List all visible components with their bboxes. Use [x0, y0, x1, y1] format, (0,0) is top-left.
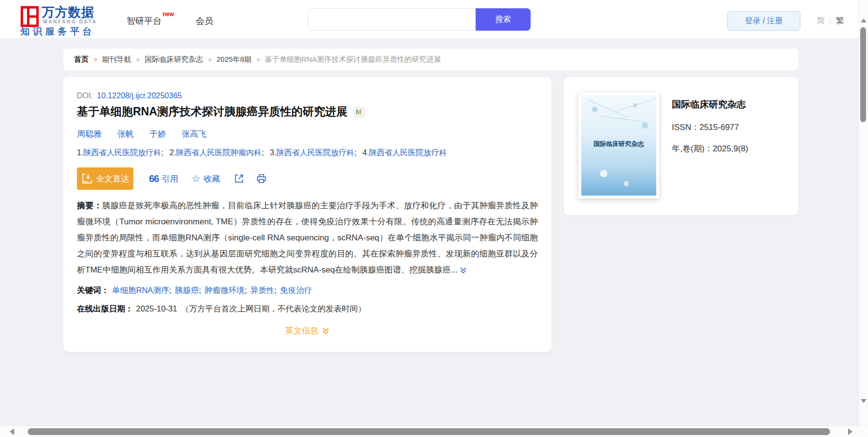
cover-decor-line — [616, 97, 656, 111]
fulltext-label: 全文直达 — [96, 173, 129, 184]
affiliation-item: 4.陕西省人民医院放疗科 — [363, 148, 447, 157]
favorite-label: 收藏 — [203, 173, 220, 184]
nav-item-zhiyan-label: 智研平台 — [127, 16, 162, 26]
breadcrumb-journal[interactable]: 国际临床研究杂志 — [145, 55, 203, 64]
m-badge-letter: M — [356, 109, 362, 115]
wanfang-logo[interactable]: 万方数据 WANFANG DATA 知识服务平台 — [20, 4, 118, 36]
nav-item-zhiyan[interactable]: 智研平台new — [127, 15, 174, 27]
breadcrumb-current: 基于单细胞RNA测序技术探讨胰腺癌异质性的研究进展 — [265, 55, 441, 64]
breadcrumb-separator: > — [136, 56, 140, 63]
journal-cover-image: 国际临床研究杂志 — [581, 95, 656, 196]
scroll-up-arrow[interactable] — [861, 18, 867, 22]
keyword-separator: ; — [275, 286, 277, 294]
affiliations-row: 1.陕西省人民医院放疗科; 2.陕西省人民医院肿瘤内科; 3.陕西省人民医院放疗… — [77, 148, 538, 158]
logo-title: 万方数据 — [42, 4, 94, 21]
author-link[interactable]: 周聪雅 — [77, 128, 102, 140]
journal-card: 国际临床研究杂志 国际临床研究杂志 ISSN：2515-6977 年,卷(期)：… — [564, 77, 798, 215]
favorite-button[interactable]: ☆ 收藏 — [192, 173, 220, 184]
online-date-note: （万方平台首次上网日期，不代表论文的发表时间） — [181, 304, 366, 313]
fulltext-free-label: free — [83, 180, 89, 183]
breadcrumb-home[interactable]: 首页 — [74, 55, 89, 64]
lang-simplified[interactable]: 简 — [817, 15, 825, 26]
keyword-link[interactable]: 免疫治疗 — [280, 286, 312, 294]
keywords-label: 关键词： — [77, 286, 109, 294]
cite-button[interactable]: 66 引用 — [149, 173, 178, 184]
logo-tagline: 知识服务平台 — [20, 25, 95, 38]
volume-value: 2025,9(8) — [713, 144, 748, 153]
header: 万方数据 WANFANG DATA 知识服务平台 智研平台new 会员 搜索 登… — [0, 0, 858, 38]
search-box: 搜索 — [308, 8, 531, 31]
wanfang-logo-icon — [20, 6, 39, 27]
vertical-scrollbar[interactable] — [858, 0, 868, 426]
breadcrumb-issue[interactable]: 2025年8期 — [217, 55, 252, 64]
keyword-link[interactable]: 肿瘤微环境 — [204, 286, 245, 294]
nav-item-member[interactable]: 会员 — [196, 15, 213, 27]
english-info-label: 英文信息 — [285, 325, 318, 336]
print-icon — [256, 173, 267, 184]
affiliation-link[interactable]: 陕西省人民医院放疗科 — [369, 148, 447, 157]
search-button[interactable]: 搜索 — [476, 8, 531, 31]
scroll-left-arrow[interactable] — [10, 428, 14, 435]
issn-value: 2515-6977 — [700, 123, 739, 132]
breadcrumb: 首页 > 期刊导航 > 国际临床研究杂志 > 2025年8期 > 基于单细胞RN… — [63, 49, 798, 70]
article-card: DOI: 10.12208/j.ijcr.20250365 基于单细胞RNA测序… — [63, 77, 552, 352]
lang-traditional[interactable]: 繁 — [836, 15, 844, 26]
share-button[interactable] — [234, 173, 244, 184]
affiliation-separator: ; — [354, 148, 356, 157]
breadcrumb-separator: > — [93, 56, 97, 63]
affiliation-num: 3. — [270, 148, 277, 157]
logo-subtitle: WANFANG DATA — [43, 19, 97, 24]
keyword-separator: ; — [169, 286, 171, 294]
scroll-right-arrow[interactable] — [848, 428, 852, 435]
medlive-badge: M — [353, 107, 364, 117]
star-icon: ☆ — [192, 174, 201, 183]
breadcrumb-separator: > — [208, 56, 212, 63]
affiliation-num: 4. — [363, 148, 369, 157]
fulltext-button[interactable]: free 全文直达 — [77, 167, 133, 190]
print-button[interactable] — [256, 173, 267, 184]
keyword-separator: ; — [199, 286, 201, 294]
volume-label: 年,卷(期)： — [672, 144, 713, 153]
search-input[interactable] — [308, 8, 476, 31]
journal-cover[interactable]: 国际临床研究杂志 — [578, 92, 659, 199]
keyword-link[interactable]: 异质性 — [250, 286, 275, 294]
online-date-label: 在线出版日期： — [77, 304, 133, 313]
lang-divider: | — [830, 17, 831, 25]
breadcrumb-separator: > — [257, 56, 260, 63]
doi-label: DOI: — [77, 91, 93, 100]
new-badge: new — [163, 11, 174, 18]
article-title: 基于单细胞RNA测序技术探讨胰腺癌异质性的研究进展 — [77, 104, 348, 119]
journal-issn: ISSN：2515-6977 — [672, 122, 739, 133]
affiliation-num: 1. — [77, 148, 83, 157]
author-link[interactable]: 张高飞 — [182, 128, 206, 140]
abstract-expand-chevron-icon[interactable] — [460, 267, 467, 274]
vertical-scrollbar-thumb[interactable] — [860, 27, 866, 122]
title-row: 基于单细胞RNA测序技术探讨胰腺癌异质性的研究进展 M — [77, 104, 538, 119]
english-info-toggle[interactable]: 英文信息 — [77, 325, 538, 336]
journal-volume: 年,卷(期)：2025,9(8) — [672, 143, 748, 154]
quote-icon: 66 — [149, 174, 159, 183]
login-register-button[interactable]: 登录 / 注册 — [727, 11, 800, 31]
horizontal-scrollbar-thumb[interactable] — [28, 428, 830, 435]
abstract-text: 胰腺癌是致死率极高的恶性肿瘤，目前临床上针对胰腺癌的主要治疗手段为手术、放疗和化… — [77, 201, 538, 274]
breadcrumb-journal-nav[interactable]: 期刊导航 — [102, 55, 131, 64]
journal-cover-title: 国际临床研究杂志 — [581, 140, 656, 148]
affiliation-link[interactable]: 陕西省人民医院肿瘤内科 — [176, 148, 262, 157]
keyword-link[interactable]: 单细胞RNA测序 — [112, 286, 169, 294]
online-date-value: 2025-10-31 — [136, 304, 177, 313]
english-info-chevron-icon — [322, 327, 330, 335]
doi-link[interactable]: 10.12208/j.ijcr.20250365 — [97, 91, 182, 100]
affiliation-item: 3.陕西省人民医院放疗科; — [270, 148, 357, 157]
author-link[interactable]: 于娇 — [149, 128, 166, 140]
author-link[interactable]: 张帆 — [117, 128, 134, 140]
horizontal-scrollbar[interactable] — [0, 426, 868, 437]
cover-decor-line — [587, 99, 628, 118]
affiliation-link[interactable]: 陕西省人民医院放疗科 — [83, 148, 161, 157]
keyword-link[interactable]: 胰腺癌 — [175, 286, 199, 294]
affiliation-link[interactable]: 陕西省人民医院放疗科 — [277, 148, 354, 157]
scroll-down-arrow[interactable] — [861, 399, 867, 403]
actions-row: free 全文直达 66 引用 ☆ 收藏 — [77, 167, 538, 190]
abstract-label: 摘要： — [77, 201, 102, 210]
journal-name[interactable]: 国际临床研究杂志 — [672, 98, 746, 111]
nav-item-member-label: 会员 — [196, 16, 213, 26]
